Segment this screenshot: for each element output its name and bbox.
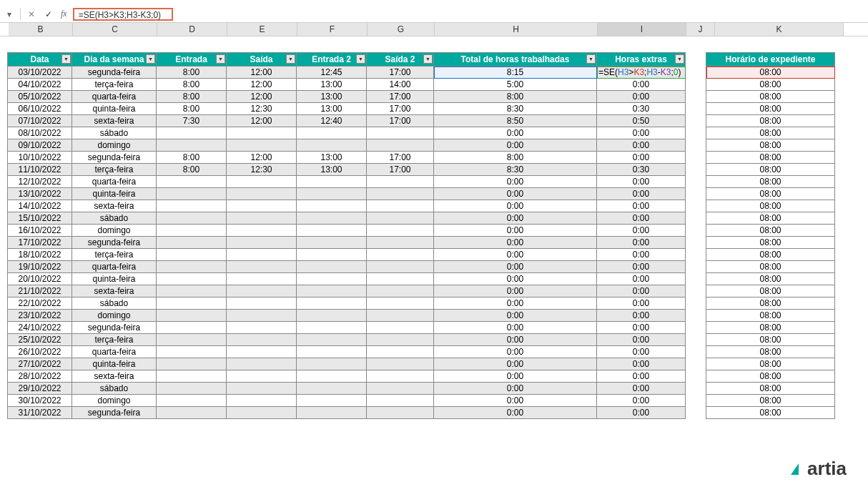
table-row[interactable]: 08:00 <box>706 127 835 139</box>
cell-s1[interactable] <box>227 297 297 310</box>
cell-e2[interactable] <box>297 225 367 237</box>
table-row[interactable]: 08:00 <box>706 383 835 395</box>
table-row[interactable]: 08:00 <box>706 115 835 127</box>
cell-ext[interactable]: 0:00 <box>597 237 686 249</box>
cell-ext[interactable]: 0:00 <box>597 310 686 322</box>
cell-e1[interactable] <box>157 249 227 261</box>
cell-data[interactable]: 29/10/2022 <box>8 383 72 395</box>
cell-s1[interactable] <box>227 200 297 212</box>
cell-tot[interactable]: 0:00 <box>434 407 597 419</box>
cell-e1[interactable] <box>157 370 227 383</box>
cell-s2[interactable] <box>367 358 434 370</box>
cell-tot[interactable]: 0:00 <box>434 225 597 237</box>
cell-e1[interactable] <box>157 346 227 358</box>
table-row[interactable]: 04/10/2022terça-feira8:0012:0013:0014:00… <box>8 79 686 91</box>
cell-e1[interactable] <box>157 188 227 200</box>
col-header-H[interactable]: H <box>435 23 598 36</box>
cell-exp[interactable]: 08:00 <box>706 322 835 334</box>
table-row[interactable]: 14/10/2022sexta-feira0:000:00 <box>8 200 686 212</box>
cell-tot[interactable]: 0:00 <box>434 188 597 200</box>
filter-icon[interactable]: ▼ <box>423 54 433 64</box>
table-row[interactable]: 28/10/2022sexta-feira0:000:00 <box>8 370 686 383</box>
cell-e1[interactable] <box>157 200 227 212</box>
cell-data[interactable]: 06/10/2022 <box>8 103 72 115</box>
cell-s1[interactable] <box>227 358 297 370</box>
cell-ext[interactable]: 0:50 <box>597 115 686 127</box>
cell-dia[interactable]: quinta-feira <box>72 273 157 285</box>
table-row[interactable]: 26/10/2022quarta-feira0:000:00 <box>8 346 686 358</box>
table-row[interactable]: 08:00 <box>706 407 835 419</box>
table-row[interactable]: 08:00 <box>706 346 835 358</box>
cell-tot[interactable]: 0:00 <box>434 139 597 152</box>
cell-e2[interactable]: 13:00 <box>297 164 367 176</box>
cell-tot[interactable]: 0:00 <box>434 176 597 188</box>
cell-data[interactable]: 09/10/2022 <box>8 139 72 152</box>
cell-e1[interactable] <box>157 310 227 322</box>
table-row[interactable]: 27/10/2022quinta-feira0:000:00 <box>8 358 686 370</box>
cell-tot[interactable]: 8:00 <box>434 152 597 164</box>
cell-tot[interactable]: 0:00 <box>434 127 597 139</box>
cell-data[interactable]: 10/10/2022 <box>8 152 72 164</box>
cell-s1[interactable] <box>227 249 297 261</box>
cell-ext[interactable]: 0:00 <box>597 370 686 383</box>
table-row[interactable]: 08:00 <box>706 395 835 407</box>
cell-tot[interactable]: 0:00 <box>434 212 597 225</box>
cell-data[interactable]: 25/10/2022 <box>8 334 72 346</box>
cell-s1[interactable] <box>227 370 297 383</box>
col-header-F[interactable]: F <box>297 23 368 36</box>
table-row[interactable]: 08:00 <box>706 237 835 249</box>
cell-e1[interactable]: 8:00 <box>157 67 227 79</box>
cell-e1[interactable]: 8:00 <box>157 91 227 103</box>
cell-tot[interactable]: 0:00 <box>434 297 597 310</box>
cell-s1[interactable]: 12:00 <box>227 152 297 164</box>
cell-e1[interactable] <box>157 334 227 346</box>
table-row[interactable]: 08:00 <box>706 285 835 297</box>
cell-e1[interactable]: 8:00 <box>157 164 227 176</box>
cell-ext[interactable]: 0:30 <box>597 103 686 115</box>
table-row[interactable]: 24/10/2022segunda-feira0:000:00 <box>8 322 686 334</box>
table-row[interactable]: 08:00 <box>706 297 835 310</box>
cell-s2[interactable] <box>367 407 434 419</box>
cell-data[interactable]: 18/10/2022 <box>8 249 72 261</box>
table-row[interactable]: 03/10/2022segunda-feira8:0012:0012:4517:… <box>8 67 686 79</box>
cell-exp[interactable]: 08:00 <box>706 200 835 212</box>
cell-exp[interactable]: 08:00 <box>706 139 835 152</box>
formula-input[interactable]: =SE(H3>K3;H3-K3;0) <box>73 8 173 21</box>
cell-s2[interactable]: 17:00 <box>367 152 434 164</box>
cell-e2[interactable] <box>297 395 367 407</box>
cell-s1[interactable] <box>227 176 297 188</box>
cell-e1[interactable] <box>157 383 227 395</box>
cell-dia[interactable]: quarta-feira <box>72 346 157 358</box>
cell-s1[interactable]: 12:00 <box>227 79 297 91</box>
table-row[interactable]: 11/10/2022terça-feira8:0012:3013:0017:00… <box>8 164 686 176</box>
cell-ext[interactable]: 0:00 <box>597 176 686 188</box>
cell-ext[interactable]: 0:00 <box>597 358 686 370</box>
table-row[interactable]: 10/10/2022segunda-feira8:0012:0013:0017:… <box>8 152 686 164</box>
table-row[interactable]: 22/10/2022sábado0:000:00 <box>8 297 686 310</box>
cell-exp[interactable]: 08:00 <box>706 383 835 395</box>
cell-tot[interactable]: 8:30 <box>434 164 597 176</box>
cancel-icon[interactable]: ✕ <box>25 9 38 19</box>
cell-s1[interactable] <box>227 310 297 322</box>
cell-data[interactable]: 30/10/2022 <box>8 395 72 407</box>
cell-e2[interactable]: 13:00 <box>297 91 367 103</box>
table-row[interactable]: 07/10/2022sexta-feira7:3012:0012:4017:00… <box>8 115 686 127</box>
table-row[interactable]: 17/10/2022segunda-feira0:000:00 <box>8 237 686 249</box>
table-row[interactable]: 09/10/2022domingo0:000:00 <box>8 139 686 152</box>
cell-s2[interactable] <box>367 273 434 285</box>
cell-s2[interactable] <box>367 297 434 310</box>
cell-exp[interactable]: 08:00 <box>706 225 835 237</box>
cell-s1[interactable] <box>227 407 297 419</box>
cell-data[interactable]: 28/10/2022 <box>8 370 72 383</box>
cell-exp[interactable]: 08:00 <box>706 370 835 383</box>
cell-exp[interactable]: 08:00 <box>706 79 835 91</box>
cell-s1[interactable] <box>227 237 297 249</box>
table-row[interactable]: 08:00 <box>706 139 835 152</box>
cell-s2[interactable] <box>367 249 434 261</box>
cell-exp[interactable]: 08:00 <box>706 358 835 370</box>
cell-e2[interactable] <box>297 383 367 395</box>
cell-dia[interactable]: quarta-feira <box>72 261 157 273</box>
cell-exp[interactable]: 08:00 <box>706 237 835 249</box>
cell-s2[interactable]: 17:00 <box>367 103 434 115</box>
table-row[interactable]: 08:00 <box>706 310 835 322</box>
